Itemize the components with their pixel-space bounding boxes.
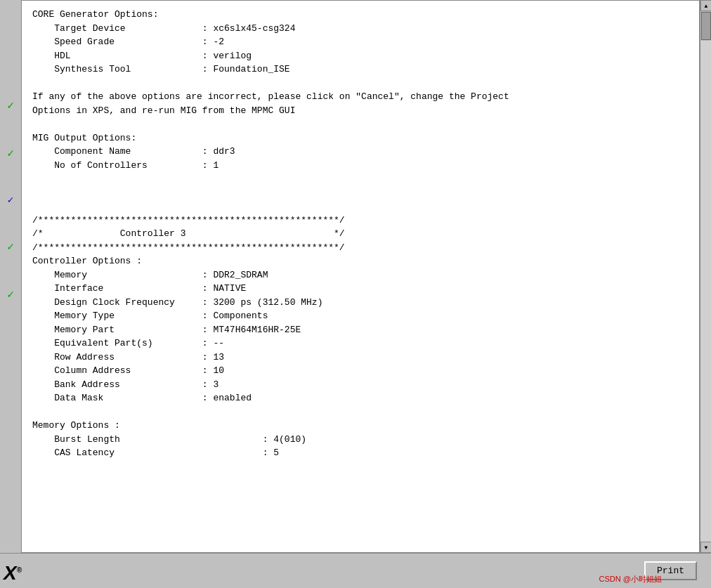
content-area: CORE Generator Options: Target Device : …	[21, 0, 700, 553]
scroll-up-button[interactable]: ▲	[700, 0, 711, 11]
reg-mark: ®	[17, 566, 22, 574]
x-letter: X	[4, 562, 17, 584]
check-3: ✓	[8, 194, 13, 206]
xilinx-logo: X®	[4, 562, 22, 584]
check-2: ✓	[7, 146, 14, 160]
check-1: ✓	[7, 98, 14, 112]
main-container: ✓ ✓ ✓ ✓ ✓ CORE Generator Options: Target…	[0, 0, 711, 553]
scroll-space	[700, 41, 711, 542]
main-text: CORE Generator Options: Target Device : …	[32, 8, 689, 460]
left-sidebar: ✓ ✓ ✓ ✓ ✓	[0, 0, 21, 553]
scroll-down-button[interactable]: ▼	[700, 542, 711, 553]
check-4: ✓	[7, 240, 14, 254]
check-5: ✓	[7, 287, 14, 301]
bottom-bar: X® Print CSDN @小时姐姐	[0, 553, 711, 588]
watermark-area: X®	[4, 562, 22, 584]
scrollbar[interactable]: ▲ ▼	[700, 0, 711, 553]
text-viewport[interactable]: CORE Generator Options: Target Device : …	[22, 1, 699, 552]
csdn-watermark: CSDN @小时姐姐	[599, 574, 662, 584]
scroll-thumb[interactable]	[701, 12, 711, 40]
